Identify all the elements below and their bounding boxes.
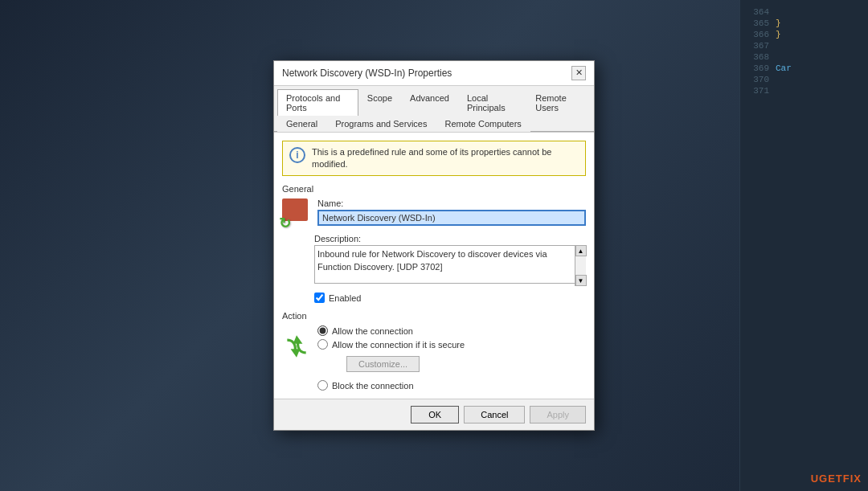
radio-block: Block the connection: [317, 380, 586, 391]
general-row: ↻ Name:: [282, 198, 586, 227]
code-line: 369 Car: [740, 63, 868, 74]
info-banner: i This is a predefined rule and some of …: [282, 141, 586, 177]
radio-options: Allow the connection Allow the connectio…: [317, 325, 586, 391]
dialog-content: i This is a predefined rule and some of …: [274, 132, 594, 399]
customize-button[interactable]: Customize...: [346, 356, 420, 372]
radio-allow-secure: Allow the connection if it is secure: [317, 339, 586, 350]
radio-allow-connection-label[interactable]: Allow the connection: [332, 326, 413, 336]
close-button[interactable]: ✕: [571, 66, 586, 80]
action-row: Allow the connection Allow the connectio…: [282, 325, 586, 391]
enabled-row: Enabled: [314, 293, 586, 303]
code-line: 368: [740, 51, 868, 63]
dialog-footer: OK Cancel Apply: [274, 399, 594, 430]
title-bar: Network Discovery (WSD-In) Properties ✕: [274, 61, 594, 86]
desc-textarea[interactable]: Inbound rule for Network Discovery to di…: [314, 245, 586, 284]
green-arrow-icon: ↻: [279, 215, 291, 232]
scrollbar-down-button[interactable]: ▼: [575, 275, 587, 286]
code-line: 371: [740, 85, 868, 96]
tab-remote-users[interactable]: Remote Users: [526, 89, 591, 116]
scrollbar-up-button[interactable]: ▲: [575, 245, 587, 256]
radio-allow-secure-label[interactable]: Allow the connection if it is secure: [332, 340, 465, 350]
tab-scope[interactable]: Scope: [358, 89, 401, 116]
enabled-label[interactable]: Enabled: [329, 293, 361, 303]
desc-label: Description:: [314, 234, 586, 243]
info-icon: i: [289, 147, 305, 163]
tab-protocols-and-ports[interactable]: Protocols and Ports: [277, 89, 358, 116]
tabs-container: Protocols and Ports Scope Advanced Local…: [274, 86, 594, 132]
action-section: Action Allow the connection: [282, 311, 586, 391]
tab-remote-computers[interactable]: Remote Computers: [436, 115, 530, 132]
dialog-title: Network Discovery (WSD-In) Properties: [282, 68, 452, 79]
name-input[interactable]: [317, 210, 586, 226]
general-section-label: General: [282, 184, 586, 194]
scrollbar[interactable]: ▲ ▼: [575, 245, 586, 286]
ok-button[interactable]: OK: [411, 406, 459, 423]
radio-block-input[interactable]: [317, 380, 328, 391]
tab-programs-and-services[interactable]: Programs and Services: [326, 115, 436, 132]
tab-row-1: Protocols and Ports Scope Advanced Local…: [277, 89, 591, 115]
tab-general[interactable]: General: [277, 115, 326, 132]
apply-button[interactable]: Apply: [530, 406, 586, 423]
recycle-arrows-icon: [282, 332, 311, 361]
radio-allow-connection: Allow the connection: [317, 325, 586, 336]
tab-local-principals[interactable]: Local Principals: [458, 89, 526, 116]
enabled-checkbox[interactable]: [314, 293, 325, 303]
code-sidebar: 364 365 } 366 } 367 368 369 Car 370 371: [739, 0, 868, 491]
radio-block-label[interactable]: Block the connection: [332, 381, 414, 391]
code-line: 365 }: [740, 18, 868, 29]
name-label: Name:: [317, 198, 586, 208]
code-line: 366 }: [740, 29, 868, 40]
action-icon: [282, 325, 311, 367]
properties-dialog: Network Discovery (WSD-In) Properties ✕ …: [273, 60, 595, 432]
customize-wrapper: Customize...: [332, 354, 586, 372]
radio-allow-secure-input[interactable]: [317, 339, 328, 350]
code-line: 364: [740, 6, 868, 18]
desc-textarea-wrap: Inbound rule for Network Discovery to di…: [314, 245, 586, 286]
app-icon: ↻: [282, 198, 311, 227]
name-field-group: Name:: [317, 198, 586, 226]
radio-allow-connection-input[interactable]: [317, 325, 328, 336]
cancel-button[interactable]: Cancel: [464, 406, 525, 423]
tab-advanced[interactable]: Advanced: [401, 89, 458, 116]
code-line: 367: [740, 40, 868, 51]
tab-row-2: General Programs and Services Remote Com…: [277, 115, 591, 131]
code-line: 370: [740, 74, 868, 85]
info-banner-text: This is a predefined rule and some of it…: [312, 146, 579, 171]
watermark: UGETFIX: [811, 473, 862, 485]
action-section-label: Action: [282, 311, 586, 321]
